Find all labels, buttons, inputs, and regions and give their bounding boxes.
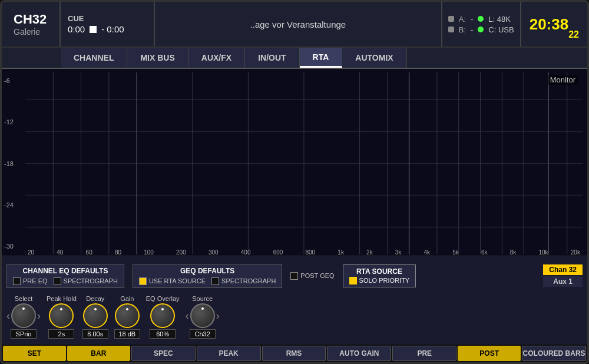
geq-spectrograph-checkbox[interactable] [211, 277, 219, 285]
rta-chan-2[interactable]: Aux 1 [543, 276, 583, 287]
x-40: 40 [57, 249, 63, 256]
auto-gain-button[interactable]: AUTO GAIN [327, 346, 391, 361]
peak-hold-value: 2s [48, 329, 74, 339]
b-label: B: [459, 25, 466, 34]
decay-value: 8.00s [82, 329, 108, 339]
rta-source-box: RTA SOURCE SOLO PRIORITY [343, 264, 416, 287]
rta-chan-1[interactable]: Chan 32 [543, 264, 583, 275]
geq-spectrograph-check[interactable]: SPECTROGRAPH [211, 277, 276, 285]
cue-time: 0:00 [68, 24, 85, 34]
x-5k: 5k [452, 249, 459, 256]
spectrograph-label: SPECTROGRAPH [64, 277, 118, 284]
y-axis-labels: -6 -12 -18 -24 -30 [4, 72, 14, 254]
peak-button[interactable]: PEAK [197, 346, 261, 361]
x-600: 600 [273, 249, 283, 256]
l-value: L: 48K [488, 15, 511, 24]
tab-in-out[interactable]: IN/OUT [245, 48, 299, 68]
source-value: Ch32 [190, 329, 216, 339]
source-knob[interactable] [190, 303, 215, 328]
source-knob-group: Source ‹ › Ch32 [186, 295, 220, 339]
cue-label: CUE [68, 14, 147, 23]
source-left-arrow[interactable]: ‹ [186, 310, 189, 322]
geq-checks: USE RTA SOURCE SPECTROGRAPH [139, 277, 276, 285]
rta-graph-section: Monitor -6 -12 -18 -24 -30 [2, 69, 587, 256]
post-geq-label: POST GEQ [300, 272, 334, 279]
coloured-bars-button[interactable]: COLOURED BARS [522, 346, 586, 361]
gain-unit: dB [128, 330, 135, 337]
peak-hold-label: Peak Hold [47, 295, 77, 302]
rms-button[interactable]: RMS [262, 346, 326, 361]
eq-overlay-knob-group: EQ Overlay 60% [146, 295, 180, 339]
x-200: 200 [176, 249, 186, 256]
x-20k: 20k [571, 249, 580, 256]
post-geq-row: POST GEQ [290, 272, 334, 280]
peak-hold-dot [60, 308, 62, 310]
solo-row[interactable]: SOLO PRIORITY [349, 277, 410, 284]
spec-button[interactable]: SPEC [131, 346, 196, 361]
cue-neg-time: - 0:00 [101, 24, 124, 34]
channel-eq-checks: PRE EQ SPECTROGRAPH [13, 277, 118, 285]
source-dot [201, 307, 204, 310]
eq-overlay-value: 60% [150, 329, 176, 339]
a-value: - [471, 15, 473, 24]
decay-label: Decay [86, 295, 104, 302]
x-60: 60 [86, 249, 92, 256]
select-left-arrow[interactable]: ‹ [6, 310, 10, 322]
peak-hold-knob[interactable] [49, 303, 74, 328]
post-button[interactable]: POST [458, 346, 521, 361]
post-geq-checkbox[interactable] [290, 272, 298, 280]
gain-knob[interactable] [115, 303, 140, 328]
right-info: A: - L: 48K B: - C: USB [441, 2, 520, 47]
pre-button[interactable]: PRE [392, 346, 456, 361]
x-20: 20 [28, 249, 34, 256]
pre-eq-check[interactable]: PRE EQ [13, 277, 48, 285]
post-geq-check[interactable]: POST GEQ [290, 272, 334, 280]
clock-sec: 22 [568, 29, 579, 40]
ch-name: Galerie [14, 27, 47, 37]
tab-aux-fx[interactable]: AUX/FX [188, 48, 245, 68]
knob-row: Select ‹ › SPrio Peak Hold 2s [6, 295, 583, 339]
x-2k: 2k [366, 249, 373, 256]
spectrograph-check[interactable]: SPECTROGRAPH [54, 277, 118, 285]
source-right-arrow[interactable]: › [216, 310, 220, 322]
rta-channels-box: Chan 32 Aux 1 [543, 264, 583, 287]
decay-knob-group: Decay 8.00s [82, 295, 108, 339]
eq-overlay-label: EQ Overlay [146, 295, 180, 302]
eq-overlay-knob[interactable] [150, 303, 175, 328]
x-300: 300 [209, 249, 219, 256]
pre-eq-checkbox[interactable] [13, 277, 21, 285]
x-10k: 10k [538, 249, 548, 256]
select-knob-group: Select ‹ › SPrio [6, 295, 41, 339]
tab-rta[interactable]: RTA [300, 48, 343, 68]
tab-mix-bus[interactable]: MIX BUS [127, 48, 188, 68]
y-label-4: -30 [4, 243, 14, 250]
tab-channel[interactable]: CHANNEL [61, 48, 127, 68]
x-3k: 3k [395, 249, 402, 256]
grid-svg [25, 72, 583, 254]
clock: 20:38 22 [520, 2, 587, 47]
solo-indicator [349, 277, 357, 284]
top-bar: CH32 Galerie CUE 0:00 - 0:00 ..age vor V… [2, 2, 587, 48]
decay-knob[interactable] [83, 303, 108, 328]
center-info: ..age vor Veranstaltunge [155, 2, 441, 47]
tab-automix[interactable]: AUTOMIX [342, 48, 406, 68]
select-value: SPrio [11, 329, 37, 339]
use-rta-checkbox[interactable] [139, 277, 147, 285]
spectrograph-checkbox[interactable] [54, 277, 61, 285]
a-label: A: [459, 15, 466, 24]
channel-eq-defaults-box: CHANNEL EQ DEFAULTS PRE EQ SPECTROGRAPH [6, 264, 124, 288]
select-right-arrow[interactable]: › [37, 310, 41, 322]
a-indicator [448, 16, 454, 22]
use-rta-check[interactable]: USE RTA SOURCE [139, 277, 206, 285]
ch-number: CH32 [14, 12, 47, 27]
gain-dot [126, 308, 128, 310]
x-4k: 4k [424, 249, 431, 256]
monitor-label: Monitor [548, 75, 578, 85]
bar-button[interactable]: BAR [67, 346, 130, 361]
geq-defaults-box: GEQ DEFAULTS USE RTA SOURCE SPECTROGRAPH [133, 264, 282, 288]
set-button[interactable]: SET [3, 346, 66, 361]
pre-eq-label: PRE EQ [23, 277, 48, 284]
solo-label: SOLO PRIORITY [359, 277, 410, 284]
select-knob[interactable] [11, 303, 36, 328]
cue-stop-icon[interactable] [90, 26, 97, 33]
